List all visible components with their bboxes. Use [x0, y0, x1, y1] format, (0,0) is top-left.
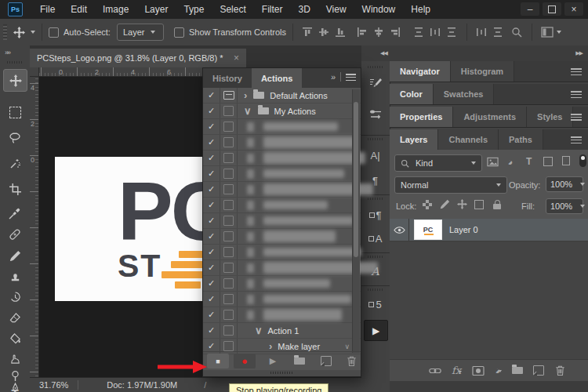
layer-style-button[interactable]: fx — [452, 365, 462, 376]
tab-properties[interactable]: Properties — [390, 107, 453, 127]
scrollbar-thumb[interactable] — [354, 102, 358, 257]
collapse-chevron-icon[interactable]: ∨ — [244, 106, 252, 116]
align-bottom-edges-icon[interactable] — [335, 27, 347, 38]
toggle-item-check-icon[interactable]: ✓ — [203, 245, 220, 260]
layer-filter-dropdown[interactable]: Kind — [394, 154, 482, 172]
tab-swatches[interactable]: Swatches — [434, 84, 495, 104]
distribute-horizontal-spacing-icon[interactable] — [476, 27, 488, 38]
step-caret-icon[interactable]: ∨ — [344, 343, 350, 350]
toggle-item-check-icon[interactable]: ✓ — [203, 276, 220, 291]
tool-preset-caret-icon[interactable] — [31, 31, 35, 34]
type-tool[interactable]: T — [5, 384, 24, 392]
modal-control-checkbox[interactable] — [220, 182, 238, 197]
delete-layer-icon[interactable] — [554, 365, 566, 376]
add-layer-mask-icon[interactable] — [472, 365, 485, 377]
menu-image[interactable]: Image — [95, 4, 136, 15]
toggle-item-check-icon[interactable]: ✓ — [203, 103, 220, 118]
link-layers-icon[interactable] — [429, 365, 441, 377]
auto-select-checkbox[interactable] — [49, 27, 59, 38]
align-top-edges-icon[interactable] — [302, 27, 314, 38]
brushes-panel-icon[interactable] — [361, 105, 389, 124]
menu-select[interactable]: Select — [212, 4, 253, 15]
show-transform-checkbox[interactable] — [174, 27, 184, 38]
character-panel-icon[interactable]: A| — [361, 146, 389, 165]
stop-button[interactable]: ■ — [207, 354, 229, 368]
record-button[interactable]: ● — [234, 354, 256, 368]
rectangular-marquee-tool[interactable] — [5, 103, 24, 121]
action-set-default-actions[interactable]: ✓ › Default Actions — [203, 88, 361, 103]
new-layer-icon[interactable] — [533, 365, 544, 376]
maximize-button[interactable] — [543, 2, 561, 16]
workspace-caret-icon[interactable] — [557, 31, 561, 34]
layer-row[interactable]: PC Layer 0 — [390, 219, 588, 241]
tab-channels[interactable]: Channels — [438, 129, 499, 150]
toggle-item-check-icon[interactable]: ✓ — [203, 323, 220, 338]
panel-collapse-icon[interactable]: » — [331, 72, 336, 82]
toggle-item-check-icon[interactable]: ✓ — [203, 119, 220, 134]
menu-window[interactable]: Window — [354, 4, 404, 15]
modal-control-checkbox[interactable] — [220, 198, 238, 212]
gradient-tool[interactable] — [5, 329, 24, 347]
brush-tool[interactable] — [5, 247, 24, 264]
modal-control-checkbox[interactable] — [220, 323, 238, 338]
new-group-icon[interactable] — [512, 367, 523, 374]
tab-styles[interactable]: Styles — [527, 107, 573, 127]
smudge-tool[interactable] — [5, 350, 24, 367]
filter-smart-objects-icon[interactable] — [562, 156, 570, 165]
eyedropper-tool[interactable] — [5, 205, 24, 222]
modal-control-checkbox[interactable] — [220, 119, 238, 134]
distribute-bottom-edges-icon[interactable] — [446, 27, 458, 38]
character-styles-panel-icon[interactable]: A — [361, 229, 389, 248]
clone-stamp-tool[interactable] — [5, 268, 24, 285]
fill-field[interactable]: 100% — [546, 198, 583, 214]
menu-filter[interactable]: Filter — [254, 4, 291, 15]
move-tool[interactable] — [3, 69, 27, 92]
align-right-edges-icon[interactable] — [390, 27, 401, 38]
document-close-icon[interactable]: × — [234, 53, 239, 64]
layer-thumbnail[interactable]: PC — [414, 220, 442, 240]
minimize-button[interactable]: – — [521, 2, 539, 16]
lock-all-icon[interactable] — [493, 204, 501, 209]
action-set-my-actions[interactable]: ✓ ∨ My Actions — [203, 103, 361, 119]
action-item-redacted[interactable]: ✓ — [203, 135, 361, 151]
toggle-item-check-icon[interactable]: ✓ — [203, 307, 220, 322]
action-item-redacted[interactable]: ✓ — [203, 260, 361, 276]
menu-help[interactable]: Help — [403, 4, 438, 15]
eraser-tool[interactable] — [5, 309, 24, 326]
modal-control-icon[interactable] — [220, 88, 238, 103]
panel-menu-icon[interactable] — [571, 90, 582, 98]
collapse-chevron-icon[interactable]: ∨ — [255, 325, 263, 336]
action-item-redacted[interactable]: ✓ — [203, 151, 361, 166]
toggle-item-check-icon[interactable]: ✓ — [203, 229, 220, 244]
menu-file[interactable]: File — [32, 4, 63, 15]
filter-shape-layers-icon[interactable] — [543, 157, 553, 166]
panel-menu-icon[interactable] — [346, 73, 356, 81]
actions-panel-icon[interactable]: ▶ — [364, 320, 388, 341]
modal-control-checkbox[interactable] — [220, 292, 238, 307]
expand-chevron-icon[interactable]: › — [269, 341, 272, 351]
menu-view[interactable]: View — [318, 4, 354, 15]
auto-select-target-dropdown[interactable]: Layer — [117, 24, 164, 41]
blend-mode-dropdown[interactable]: Normal — [394, 176, 507, 194]
tab-history[interactable]: History — [203, 68, 252, 88]
action-item-redacted[interactable]: ✓ — [203, 182, 361, 198]
toggle-item-check-icon[interactable]: ✓ — [203, 292, 220, 307]
panel-menu-icon[interactable] — [571, 136, 582, 143]
search-icon[interactable] — [511, 27, 523, 38]
distribute-vertical-spacing-icon[interactable] — [492, 27, 504, 38]
close-button[interactable]: × — [564, 2, 583, 16]
lock-transparent-pixels-icon[interactable] — [423, 200, 432, 209]
menu-3d[interactable]: 3D — [290, 4, 318, 15]
crop-tool[interactable] — [5, 180, 24, 198]
modal-control-checkbox[interactable] — [220, 260, 238, 275]
filter-toggle-switch[interactable] — [579, 154, 586, 167]
distribute-vertical-centers-icon[interactable] — [430, 27, 441, 38]
lasso-tool[interactable] — [5, 129, 24, 147]
distribute-top-edges-icon[interactable] — [413, 27, 425, 38]
align-vertical-centers-icon[interactable] — [318, 27, 330, 38]
tab-adjustments[interactable]: Adjustments — [453, 107, 527, 127]
history-brush-tool[interactable] — [5, 289, 24, 306]
expand-chevron-icon[interactable]: › — [244, 90, 247, 100]
lock-image-pixels-icon[interactable] — [440, 199, 450, 209]
tab-paths[interactable]: Paths — [499, 129, 543, 150]
